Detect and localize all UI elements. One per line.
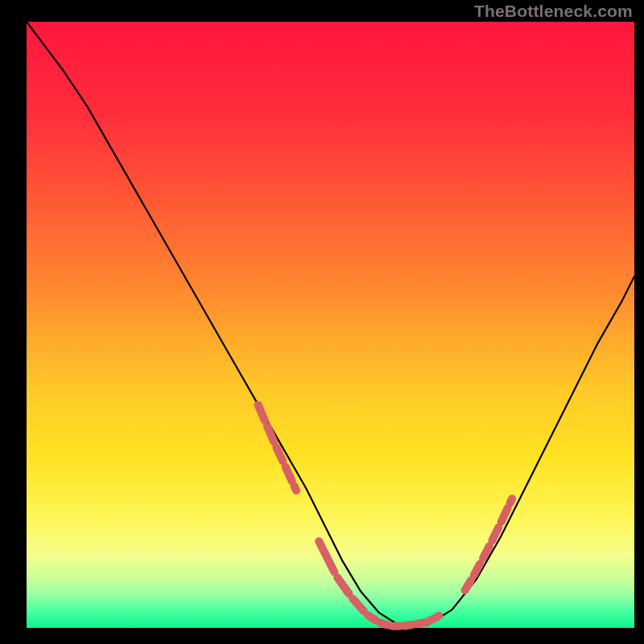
curve-marker bbox=[404, 625, 412, 625]
curve-marker bbox=[474, 564, 481, 575]
curve-marker bbox=[368, 615, 376, 620]
curve-marker bbox=[483, 546, 489, 558]
curve-marker bbox=[380, 623, 388, 625]
attribution-label: TheBottleneck.com bbox=[474, 2, 633, 21]
curve-marker bbox=[295, 486, 297, 491]
chart-stage: TheBottleneck.com bbox=[0, 0, 644, 644]
curve-marker bbox=[465, 580, 471, 590]
curve-marker bbox=[437, 616, 440, 617]
curve-marker bbox=[510, 499, 513, 503]
curve-marker bbox=[428, 618, 434, 621]
chart-canvas bbox=[0, 0, 644, 644]
curve-marker bbox=[416, 622, 424, 624]
curve-marker bbox=[492, 527, 498, 540]
